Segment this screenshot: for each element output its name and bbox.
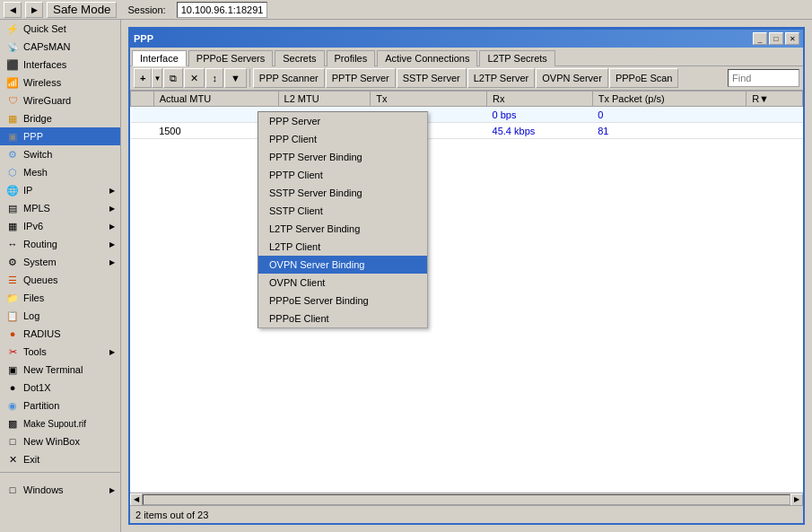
partition-icon: ◉: [5, 398, 20, 413]
sidebar-item-dot1x[interactable]: ● Dot1X: [0, 379, 120, 397]
sidebar-item-routing[interactable]: ↔ Routing ▶: [0, 235, 120, 253]
restore-button[interactable]: □: [769, 32, 783, 45]
quick-set-icon: ⚡: [5, 22, 20, 36]
sidebar-item-capsman[interactable]: 📡 CAPsMAN: [0, 38, 120, 56]
add-button[interactable]: +: [134, 68, 152, 88]
sidebar-item-interfaces[interactable]: ⬛ Interfaces: [0, 56, 120, 74]
sidebar-item-log[interactable]: 📋 Log: [0, 307, 120, 325]
sidebar-item-new-winbox[interactable]: □ New WinBox: [0, 432, 120, 450]
search-input[interactable]: [728, 69, 799, 87]
sidebar-item-wireguard[interactable]: 🛡 WireGuard: [0, 92, 120, 109]
tab-secrets[interactable]: Secrets: [275, 50, 324, 66]
menu-pptp-client-label: PPTP Client: [269, 170, 323, 180]
ppp-window: PPP _ □ ✕ Interface PPPoE Servers: [128, 27, 805, 525]
sstp-server-button[interactable]: SSTP Server: [397, 68, 467, 88]
menu-sstp-server-binding-label: SSTP Server Binding: [269, 188, 362, 198]
dropdown-menu: PPP Server PPP Client PPTP Server Bindin…: [258, 111, 428, 328]
sidebar-label-new-winbox: New WinBox: [23, 436, 80, 447]
system-icon: ⚙: [5, 255, 20, 269]
tab-interface[interactable]: Interface: [132, 50, 187, 66]
terminal-icon: ▣: [5, 362, 20, 377]
cell-txpps-1: 0: [592, 107, 746, 123]
filter-icon: ▼: [231, 73, 240, 83]
add-dropdown-button[interactable]: ▼: [152, 68, 162, 88]
sidebar-item-switch[interactable]: ⚙ Switch: [0, 145, 120, 163]
menu-pppoe-client[interactable]: PPPoE Client: [258, 310, 427, 327]
sidebar-item-partition[interactable]: ◉ Partition: [0, 397, 120, 414]
sidebar-item-windows[interactable]: □ Windows ▶: [0, 481, 120, 499]
sidebar-item-radius[interactable]: ● RADIUS: [0, 325, 120, 343]
sstp-server-label: SSTP Server: [403, 73, 460, 83]
ovpn-server-button[interactable]: OVPN Server: [536, 68, 608, 88]
sidebar-item-wireless[interactable]: 📶 Wireless: [0, 74, 120, 92]
l2tp-server-button[interactable]: L2TP Server: [467, 68, 536, 88]
sidebar-item-new-terminal[interactable]: ▣ New Terminal: [0, 361, 120, 379]
sidebar-item-queues[interactable]: ☰ Queues: [0, 271, 120, 289]
menu-pppoe-server-binding[interactable]: PPPoE Server Binding: [258, 292, 427, 310]
table-row[interactable]: 1500 240.3 kbps 45.4 kbps 81: [131, 123, 803, 139]
sidebar-item-mpls[interactable]: ▤ MPLS ▶: [0, 199, 120, 217]
menu-pppoe-server-binding-label: PPPoE Server Binding: [269, 295, 369, 306]
ipv6-icon: ▦: [5, 219, 20, 233]
sidebar-item-bridge[interactable]: ▦ Bridge: [0, 109, 120, 127]
add-icon: +: [140, 73, 145, 83]
sidebar-item-quick-set[interactable]: ⚡ Quick Set: [0, 20, 120, 38]
ppp-icon: ▣: [5, 129, 20, 144]
sidebar-item-ip[interactable]: 🌐 IP ▶: [0, 181, 120, 199]
menu-pptp-client[interactable]: PPTP Client: [258, 166, 427, 184]
cell-r-1: [747, 107, 803, 123]
menu-pppoe-client-label: PPPoE Client: [269, 313, 329, 324]
table-container[interactable]: Actual MTU L2 MTU Tx Rx Tx Packet (p/s) …: [130, 91, 803, 493]
scroll-track[interactable]: [143, 494, 790, 505]
pptp-server-button[interactable]: PPTP Server: [326, 68, 396, 88]
menu-sstp-client-label: SSTP Client: [269, 205, 323, 216]
horizontal-scrollbar[interactable]: ◀ ▶: [130, 493, 803, 505]
table-row[interactable]: 0 bps 0 bps 0: [131, 107, 803, 123]
safe-mode-button[interactable]: Safe Mode: [47, 2, 117, 18]
menu-ovpn-client[interactable]: OVPN Client: [258, 274, 427, 292]
sidebar-item-files[interactable]: 📁 Files: [0, 289, 120, 307]
tab-secrets-label: Secrets: [283, 53, 316, 64]
menu-sstp-server-binding[interactable]: SSTP Server Binding: [258, 184, 427, 202]
ppp-scanner-button[interactable]: PPP Scanner: [253, 68, 325, 88]
mesh-icon: ⬡: [5, 165, 20, 179]
sidebar-item-make-supout[interactable]: ▩ Make Supout.rif: [0, 414, 120, 432]
close-button[interactable]: ✕: [785, 32, 799, 45]
sidebar-label-dot1x: Dot1X: [23, 382, 51, 393]
sidebar-label-ppp: PPP: [23, 131, 43, 142]
copy-button[interactable]: ⧉: [163, 68, 183, 88]
menu-l2tp-server-binding[interactable]: L2TP Server Binding: [258, 220, 427, 238]
tab-pppoe-servers[interactable]: PPPoE Servers: [188, 50, 273, 66]
filter-button[interactable]: ▼: [224, 68, 247, 88]
tab-active-connections[interactable]: Active Connections: [377, 50, 477, 66]
tab-profiles[interactable]: Profiles: [327, 50, 376, 66]
ip-arrow: ▶: [109, 187, 115, 195]
menu-ppp-server[interactable]: PPP Server: [258, 112, 427, 130]
scroll-right-button[interactable]: ▶: [790, 493, 803, 506]
sidebar-item-ppp[interactable]: ▣ PPP: [0, 127, 120, 145]
items-count: 2 items out of 23: [135, 510, 208, 520]
main-layout: ⚡ Quick Set 📡 CAPsMAN ⬛ Interfaces 📶 Wir…: [0, 20, 812, 532]
forward-button[interactable]: ▶: [25, 2, 43, 18]
sidebar-item-system[interactable]: ⚙ System ▶: [0, 253, 120, 271]
scroll-left-button[interactable]: ◀: [130, 493, 143, 506]
sidebar-item-exit[interactable]: ✕ Exit: [0, 450, 120, 468]
menu-pptp-server-binding[interactable]: PPTP Server Binding: [258, 148, 427, 166]
delete-button[interactable]: ✕: [184, 68, 205, 88]
menu-sstp-client[interactable]: SSTP Client: [258, 202, 427, 220]
menu-ovpn-server-binding[interactable]: OVPN Server Binding: [258, 256, 427, 274]
minimize-button[interactable]: _: [753, 32, 767, 45]
tools-icon: ✂: [5, 344, 20, 359]
sidebar-item-mesh[interactable]: ⬡ Mesh: [0, 163, 120, 181]
sidebar-item-ipv6[interactable]: ▦ IPv6 ▶: [0, 217, 120, 235]
sidebar-label-mesh: Mesh: [23, 167, 48, 178]
sidebar-label-quick-set: Quick Set: [23, 23, 66, 34]
menu-l2tp-client[interactable]: L2TP Client: [258, 238, 427, 256]
menu-ppp-client[interactable]: PPP Client: [258, 130, 427, 148]
back-button[interactable]: ◀: [4, 2, 22, 18]
move-button[interactable]: ↕: [205, 68, 223, 88]
windows-arrow: ▶: [109, 486, 115, 494]
sidebar-item-tools[interactable]: ✂ Tools ▶: [0, 343, 120, 361]
tab-l2tp-secrets[interactable]: L2TP Secrets: [479, 50, 554, 66]
pppoe-scan-button[interactable]: PPPoE Scan: [609, 68, 679, 88]
